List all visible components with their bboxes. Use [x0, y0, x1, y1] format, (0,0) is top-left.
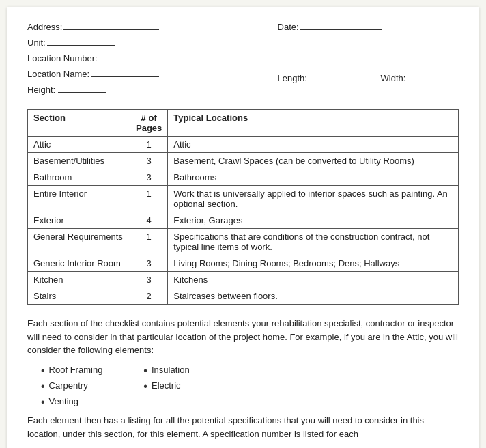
cell-section: Basement/Utilities	[28, 153, 130, 169]
table-row: General Requirements1Specifications that…	[28, 229, 459, 255]
body-paragraph2: Each element then has a listing for all …	[27, 414, 459, 440]
bullet-dot: •	[41, 395, 45, 408]
height-row: Height:	[27, 83, 167, 95]
table-row: Basement/Utilities3Basement, Crawl Space…	[28, 153, 459, 169]
length-width-row: Length: Width:	[278, 72, 459, 83]
table-row: Bathroom3Bathrooms	[28, 169, 459, 186]
cell-pages: 1	[130, 137, 168, 153]
page: Address: Unit: Location Number: Location…	[7, 7, 479, 448]
section-table: Section # of Pages Typical Locations Att…	[27, 109, 459, 305]
cell-pages: 4	[130, 212, 168, 229]
cell-locations: Exterior, Garages	[168, 212, 459, 229]
bullet-text: Venting	[49, 395, 78, 408]
date-field[interactable]	[300, 20, 382, 30]
bullet-text: Electric	[152, 380, 181, 392]
bullet-dot: •	[143, 364, 147, 377]
unit-field[interactable]	[47, 36, 115, 46]
location-name-row: Location Name:	[27, 68, 167, 79]
bullet-dot: •	[41, 380, 45, 393]
address-field[interactable]	[63, 20, 159, 30]
bullet-dot: •	[41, 364, 45, 377]
location-name-label: Location Name:	[27, 69, 89, 79]
cell-pages: 3	[130, 272, 168, 288]
location-name-field[interactable]	[91, 68, 159, 77]
width-field[interactable]	[411, 72, 459, 81]
length-field[interactable]	[313, 72, 360, 81]
length-group: Length:	[278, 72, 360, 83]
width-group: Width:	[381, 72, 459, 83]
col-locations-header: Typical Locations	[168, 110, 459, 137]
date-block: Date:	[278, 20, 382, 32]
address-row: Address:	[27, 20, 167, 32]
bullet-col-left: •Roof Framing•Carpentry•Venting	[41, 364, 102, 409]
table-row: Exterior4Exterior, Garages	[28, 212, 459, 229]
cell-pages: 3	[130, 169, 168, 186]
table-row: Attic1Attic	[28, 137, 459, 153]
bullet-text: Roof Framing	[49, 364, 103, 376]
length-label: Length:	[278, 73, 307, 83]
table-row: Entire Interior1Work that is universally…	[28, 186, 459, 212]
bullet-item: •Electric	[143, 380, 189, 393]
bullet-text: Carpentry	[49, 380, 88, 392]
cell-pages: 3	[130, 255, 168, 272]
address-label: Address:	[27, 22, 62, 32]
cell-locations: Staircases between floors.	[168, 288, 459, 305]
bullet-item: •Insulation	[143, 364, 189, 377]
width-label: Width:	[381, 73, 406, 83]
bullet-col-right: •Insulation•Electric	[143, 364, 189, 409]
cell-section: Exterior	[28, 212, 130, 229]
cell-pages: 2	[130, 288, 168, 305]
location-number-label: Location Number:	[27, 53, 98, 64]
unit-row: Unit:	[27, 36, 167, 48]
bullet-dot: •	[143, 380, 147, 393]
cell-locations: Specifications that are conditions of th…	[168, 229, 459, 255]
bullet-section: •Roof Framing•Carpentry•Venting •Insulat…	[41, 364, 459, 409]
height-field[interactable]	[58, 83, 106, 93]
col-pages-header: # of Pages	[130, 110, 168, 137]
col-pages-header-line2: Pages	[136, 123, 162, 133]
cell-section: General Requirements	[28, 229, 130, 255]
cell-locations: Bathrooms	[168, 169, 459, 186]
cell-section: Stairs	[28, 288, 130, 305]
bullet-item: •Roof Framing	[41, 364, 102, 377]
location-number-row: Location Number:	[27, 52, 167, 64]
date-label: Date:	[278, 22, 299, 32]
location-number-field[interactable]	[99, 52, 167, 61]
address-block: Address: Unit: Location Number: Location…	[27, 20, 167, 97]
cell-section: Entire Interior	[28, 186, 130, 212]
cell-locations: Attic	[168, 137, 459, 153]
body-paragraph1: Each section of the checklist contains p…	[27, 317, 459, 357]
bullet-text: Insulation	[152, 364, 190, 376]
table-row: Kitchen3Kitchens	[28, 272, 459, 288]
cell-locations: Basement, Crawl Spaces (can be converted…	[168, 153, 459, 169]
cell-section: Generic Interior Room	[28, 255, 130, 272]
cell-locations: Living Rooms; Dining Rooms; Bedrooms; De…	[168, 255, 459, 272]
cell-pages: 1	[130, 229, 168, 255]
cell-section: Attic	[28, 137, 130, 153]
bullet-item: •Carpentry	[41, 380, 102, 393]
cell-pages: 1	[130, 186, 168, 212]
cell-pages: 3	[130, 153, 168, 169]
table-row: Stairs2Staircases between floors.	[28, 288, 459, 305]
height-label: Height:	[27, 85, 55, 95]
header-fields: Address: Unit: Location Number: Location…	[27, 20, 459, 97]
col-section-header: Section	[28, 110, 130, 137]
cell-locations: Work that is universally applied to inte…	[168, 186, 459, 212]
cell-section: Kitchen	[28, 272, 130, 288]
bullet-item: •Venting	[41, 395, 102, 408]
cell-section: Bathroom	[28, 169, 130, 186]
cell-locations: Kitchens	[168, 272, 459, 288]
table-row: Generic Interior Room3Living Rooms; Dini…	[28, 255, 459, 272]
unit-label: Unit:	[27, 38, 46, 48]
